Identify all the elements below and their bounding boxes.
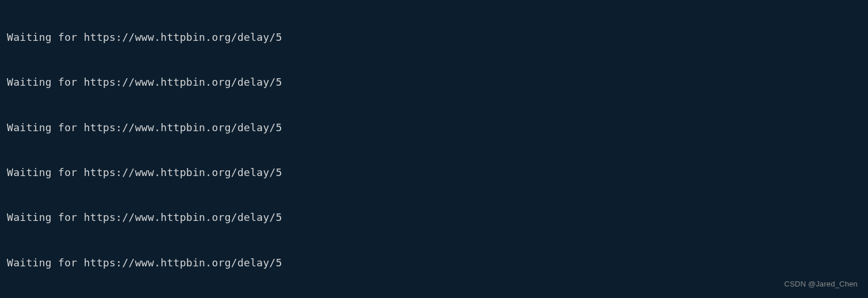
log-line: Waiting for https://www.httpbin.org/dela… [7, 165, 861, 180]
watermark-text: CSDN @Jared_Chen [784, 279, 858, 290]
log-line: Waiting for https://www.httpbin.org/dela… [7, 210, 861, 225]
log-line: Waiting for https://www.httpbin.org/dela… [7, 120, 861, 135]
log-line: Waiting for https://www.httpbin.org/dela… [7, 30, 861, 45]
log-line: Waiting for https://www.httpbin.org/dela… [7, 255, 861, 270]
log-line: Waiting for https://www.httpbin.org/dela… [7, 75, 861, 90]
terminal-output: Waiting for https://www.httpbin.org/dela… [7, 0, 861, 298]
